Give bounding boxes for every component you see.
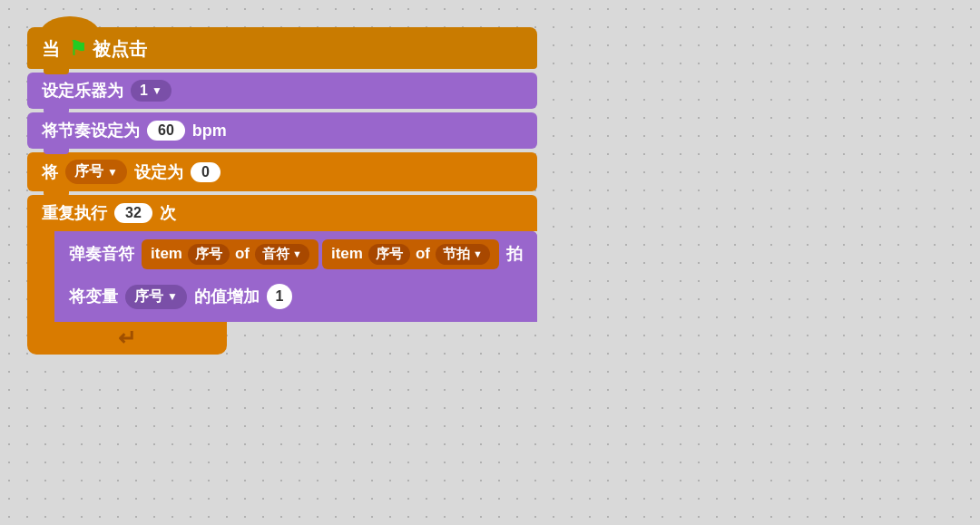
item1-block[interactable]: item 序号 of 音符 ▼ <box>142 239 318 269</box>
loop-body-wrapper: 弹奏音符 item 序号 of 音符 ▼ <box>27 231 537 322</box>
item2-list: 节拍 <box>443 246 470 263</box>
change-var-value: 1 <box>275 288 283 305</box>
item2-list-arrow: ▼ <box>473 248 483 259</box>
set-instrument-label: 设定乐器为 <box>42 80 123 102</box>
set-var-prefix: 将 <box>42 161 58 183</box>
loop-left-strip <box>27 231 54 322</box>
set-variable-block[interactable]: 将 序号 ▼ 设定为 0 <box>27 152 537 191</box>
repeat-value-pill[interactable]: 32 <box>114 203 152 223</box>
set-var-suffix: 设定为 <box>134 161 183 183</box>
repeat-block: 重复执行 32 次 弹奏音符 item 序号 <box>27 195 537 355</box>
set-tempo-block[interactable]: 将节奏设定为 60 bpm <box>27 112 537 149</box>
var-name-label: 序号 <box>74 162 103 181</box>
change-var-value-pill[interactable]: 1 <box>267 284 292 309</box>
loop-arrow-icon: ↵ <box>118 326 136 351</box>
change-var-prefix: 将变量 <box>69 286 118 307</box>
item1-list-dropdown[interactable]: 音符 ▼ <box>255 244 309 265</box>
item1-label: item <box>151 245 182 263</box>
var-name-dropdown[interactable]: 序号 ▼ <box>65 160 127 184</box>
item1-list: 音符 <box>262 246 289 263</box>
item2-list-dropdown[interactable]: 节拍 ▼ <box>436 244 490 265</box>
hat-label-when: 当 <box>42 37 60 62</box>
item2-label: item <box>331 245 363 263</box>
change-var-suffix: 的值增加 <box>194 286 260 307</box>
item1-var: 序号 <box>195 246 222 263</box>
item1-list-arrow: ▼ <box>292 248 302 259</box>
tempo-value: 60 <box>158 122 174 138</box>
repeat-label: 重复执行 <box>42 202 107 224</box>
change-var-dropdown[interactable]: 序号 ▼ <box>125 285 187 309</box>
change-var-block[interactable]: 将变量 序号 ▼ 的值增加 1 <box>54 277 537 316</box>
item2-of: of <box>416 245 430 263</box>
play-note-label: 弹奏音符 <box>69 243 134 265</box>
green-flag-icon: ⚑ <box>69 37 87 61</box>
tempo-value-pill[interactable]: 60 <box>147 121 185 141</box>
loop-inner: 弹奏音符 item 序号 of 音符 ▼ <box>54 231 537 322</box>
instrument-arrow: ▼ <box>152 84 162 97</box>
item2-var: 序号 <box>376 246 403 263</box>
item2-var-dropdown[interactable]: 序号 <box>368 244 410 265</box>
play-note-block[interactable]: 弹奏音符 item 序号 of 音符 ▼ <box>54 231 537 277</box>
set-var-value: 0 <box>201 164 210 180</box>
play-note-suffix: 拍 <box>506 243 523 265</box>
instrument-value: 1 <box>140 83 148 99</box>
change-var-name: 序号 <box>134 287 163 306</box>
item2-block[interactable]: item 序号 of 节拍 ▼ <box>322 239 499 269</box>
repeat-header[interactable]: 重复执行 32 次 <box>27 195 537 231</box>
tempo-unit: bpm <box>192 122 227 141</box>
set-tempo-label: 将节奏设定为 <box>42 120 140 141</box>
scratch-program: 当 ⚑ 被点击 设定乐器为 1 ▼ 将节奏设定为 60 bpm <box>27 27 537 355</box>
item1-var-dropdown[interactable]: 序号 <box>188 244 230 265</box>
item1-of: of <box>235 245 250 263</box>
hat-label-clicked: 被点击 <box>93 37 147 62</box>
set-var-value-pill[interactable]: 0 <box>191 162 220 182</box>
hat-block[interactable]: 当 ⚑ 被点击 <box>27 27 537 69</box>
repeat-unit: 次 <box>160 202 176 224</box>
loop-bottom-cap: ↵ <box>27 322 227 355</box>
instrument-dropdown[interactable]: 1 ▼ <box>131 80 172 102</box>
repeat-value: 32 <box>125 205 142 220</box>
set-instrument-block[interactable]: 设定乐器为 1 ▼ <box>27 73 537 109</box>
change-var-arrow: ▼ <box>167 290 178 303</box>
var-arrow: ▼ <box>107 166 118 179</box>
